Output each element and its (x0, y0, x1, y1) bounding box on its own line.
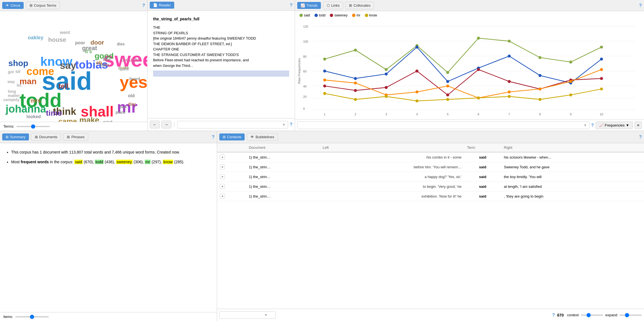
word-mind[interactable]: mind (103, 120, 112, 122)
trends-search-dropdown[interactable]: ▼ (583, 123, 587, 127)
word-like[interactable]: like (103, 57, 110, 62)
reader-tab-button[interactable]: 📄 Reader (150, 2, 174, 9)
legend-said-label: said (304, 13, 310, 17)
collocates-tab-button[interactable]: ⊞ Collocates (345, 2, 374, 9)
table-header-row: Document Left Term Right (217, 143, 644, 152)
word-place[interactable]: place (115, 110, 126, 115)
word-matter[interactable]: matter (8, 93, 20, 98)
eye-icon: 👁 (6, 3, 9, 8)
contexts-tab-button[interactable]: ⊞ Contexts (219, 133, 245, 140)
word-say[interactable]: say (60, 60, 76, 71)
expand-row-0[interactable]: + (220, 155, 225, 160)
word-come[interactable]: come (26, 65, 54, 77)
word-dies[interactable]: dies (117, 42, 125, 46)
phrases-tab-button[interactable]: ⊞ Phrases (63, 133, 88, 141)
items-slider[interactable] (15, 316, 49, 317)
word-mrs[interactable]: mrs (31, 98, 41, 104)
svg-point-66 (323, 92, 326, 95)
word-old[interactable]: old (128, 93, 135, 98)
contexts-help-button[interactable]: ? (639, 135, 642, 140)
cell-right-3: at length, 'I am satisfied (501, 182, 644, 191)
word-oakley[interactable]: oakley (28, 35, 43, 41)
documents-tab-button[interactable]: ⊞ Documents (31, 133, 61, 141)
cirrus-tab-button[interactable]: 👁 Cirrus (2, 2, 24, 9)
word-tell[interactable]: tell (58, 82, 68, 90)
reader-search-box[interactable]: ▼ (177, 121, 288, 128)
svg-point-38 (385, 72, 388, 76)
word-house[interactable]: house (48, 36, 66, 43)
reader-search-dropdown[interactable]: ▼ (282, 123, 286, 127)
trends-tab-button[interactable]: 📈 Trends (297, 2, 321, 9)
word-shop[interactable]: shop (8, 59, 28, 68)
word-yes[interactable]: yes (120, 72, 147, 92)
expand-row-4[interactable]: + (220, 194, 225, 199)
expand-row-2[interactable]: + (220, 174, 225, 179)
word-long[interactable]: long (8, 89, 16, 94)
reader-search-input[interactable] (180, 123, 275, 127)
bubblelines-tab-button[interactable]: 👁 Bubblelines (247, 133, 278, 141)
cirrus-help-button[interactable]: ? (142, 3, 145, 8)
corpus-terms-tab-button[interactable]: ⊞ Corpus Terms (26, 2, 60, 9)
cell-right-0: his scissors likewise - when... (501, 152, 644, 162)
word-just[interactable]: just (120, 104, 127, 109)
contexts-search-help[interactable]: ? (552, 313, 555, 318)
word-day[interactable]: day (128, 102, 136, 107)
contexts-data-table: Document Left Term Right + 1) the_strin…… (217, 143, 644, 201)
trends-search-input[interactable] (300, 123, 558, 127)
links-tab-button[interactable]: ⬡ Links (323, 2, 343, 9)
expand-row-3[interactable]: + (220, 184, 225, 189)
word-away[interactable]: away (8, 121, 17, 122)
summary-help-button[interactable]: ? (212, 135, 215, 140)
word-quite[interactable]: quite (120, 67, 129, 71)
word-door[interactable]: door (90, 39, 104, 46)
word-johanna[interactable]: johanna (6, 103, 46, 115)
trends-menu-button[interactable]: ≡ (635, 121, 642, 129)
word-way[interactable]: way (8, 79, 15, 84)
cell-term-4: said (464, 191, 501, 201)
trends-search-help[interactable]: ? (591, 123, 594, 128)
svg-point-33 (539, 56, 542, 59)
svg-point-73 (539, 98, 542, 101)
expand-slider[interactable] (620, 315, 642, 316)
reader-next-button[interactable]: → (161, 121, 171, 128)
svg-text:20: 20 (303, 95, 306, 98)
table-row: + 1) the_strin… a happy dog? 'Yes, sir,'… (217, 172, 644, 182)
expand-row-1[interactable]: + (220, 164, 225, 169)
contexts-search-box[interactable]: ▼ (219, 311, 276, 319)
word-time[interactable]: time (46, 109, 62, 118)
word-let[interactable]: let (17, 83, 21, 87)
word-got[interactable]: got (8, 70, 14, 74)
word-make[interactable]: make (79, 116, 99, 122)
reader-prev-button[interactable]: ← (150, 121, 160, 128)
word-sir[interactable]: sir (15, 69, 21, 74)
links-tab-label: Links (331, 3, 340, 8)
word-man[interactable]: man (19, 77, 37, 86)
reader-search-help[interactable]: ? (290, 122, 292, 127)
word-looked[interactable]: looked (26, 114, 41, 119)
summary-tab-label: Summary (10, 135, 26, 139)
contexts-dropdown[interactable]: ▼ (264, 313, 268, 317)
word-oh[interactable]: oh (96, 60, 102, 66)
svg-point-62 (508, 91, 511, 94)
context-slider[interactable] (581, 315, 603, 316)
freq-chart-icon: 📈 (599, 123, 604, 127)
svg-point-26 (323, 58, 326, 61)
summary-tab-button[interactable]: ⊞ Summary (2, 133, 29, 140)
word-its[interactable]: it's (85, 49, 92, 55)
reader-content: the_string_of_pearls_full THE STRING OF … (148, 11, 295, 118)
word-poor[interactable]: poor (75, 40, 85, 45)
word-thought[interactable]: thought (121, 57, 140, 63)
reader-help-button[interactable]: ? (290, 3, 292, 8)
word-certainly[interactable]: certainly (3, 98, 19, 102)
word-heard[interactable]: heard (129, 77, 140, 81)
word-came[interactable]: came (58, 117, 77, 122)
svg-point-37 (354, 77, 357, 80)
terms-slider[interactable] (16, 126, 50, 127)
trends-help-button[interactable]: ? (639, 3, 642, 8)
frequencies-label: Frequencies (605, 123, 625, 127)
summary-content: This corpus has 1 document with 113,807 … (0, 143, 217, 312)
contexts-search-input[interactable] (222, 313, 263, 317)
word-went[interactable]: went (60, 30, 70, 35)
trends-search-box[interactable]: ▼ (297, 121, 589, 129)
frequencies-button[interactable]: 📈 Frequencies ▼ (596, 121, 633, 129)
